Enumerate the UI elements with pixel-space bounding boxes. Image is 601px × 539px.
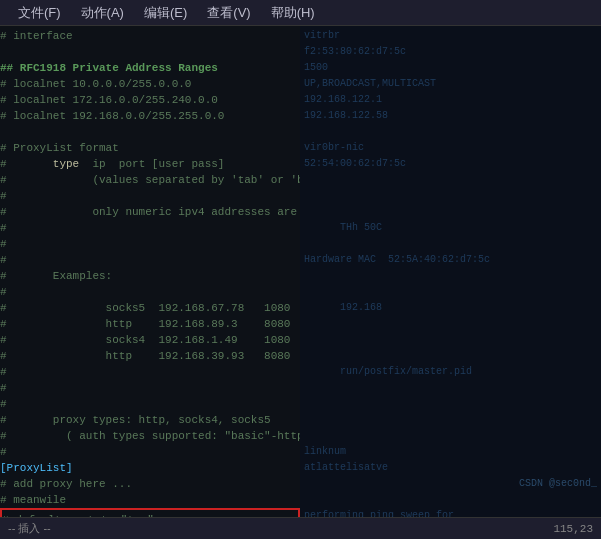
code-line: # localnet 10.0.0.0/255.0.0.0 xyxy=(0,76,300,92)
code-line: # add proxy here ... xyxy=(0,476,300,492)
code-line: # socks5 192.168.67.78 1080 lamer secret xyxy=(0,300,300,316)
app-window: 文件(F) 动作(A) 编辑(E) 查看(V) 帮助(H) # interfac… xyxy=(0,0,601,517)
code-line: # xyxy=(0,220,300,236)
code-line: # http 192.168.89.3 8080 justu hidden xyxy=(0,316,300,332)
code-line: # interface xyxy=(0,28,300,44)
code-line: # ProxyList format xyxy=(0,140,300,156)
menu-help[interactable]: 帮助(H) xyxy=(261,2,325,24)
code-line: # (values separated by 'tab' or 'blank') xyxy=(0,172,300,188)
code-line: # xyxy=(0,236,300,252)
menu-action[interactable]: 动作(A) xyxy=(71,2,134,24)
menu-edit[interactable]: 编辑(E) xyxy=(134,2,197,24)
watermark: CSDN @sec0nd_ xyxy=(519,478,597,489)
code-line: # only numeric ipv4 addresses are valid xyxy=(0,204,300,220)
status-bar: -- 插入 -- 115,23 xyxy=(0,517,601,539)
code-line: # xyxy=(0,188,300,204)
code-line: # type ip port [user pass] xyxy=(0,156,300,172)
code-line xyxy=(0,124,300,140)
right-panel-content: vitrbr f2:53:80:62:d7:5c 1500 UP,BROADCA… xyxy=(304,28,597,517)
code-line: # xyxy=(0,444,300,460)
code-line xyxy=(0,44,300,60)
code-line: # localnet 192.168.0.0/255.255.0.0 xyxy=(0,108,300,124)
code-line: # http 192.168.39.93 8080 xyxy=(0,348,300,364)
code-line: # meanwile xyxy=(0,492,300,508)
code-line: # xyxy=(0,284,300,300)
code-line: # ( auth types supported: "basic"-http "… xyxy=(0,428,300,444)
code-line: # xyxy=(0,380,300,396)
code-line: [ProxyList] xyxy=(0,460,300,476)
highlight-box: # defaults set to "tor" socks5 127.0.0.1… xyxy=(0,508,300,517)
status-mode: -- 插入 -- xyxy=(8,521,51,536)
code-line: # xyxy=(0,252,300,268)
code-line: ## RFC1918 Private Address Ranges xyxy=(0,60,300,76)
menu-file[interactable]: 文件(F) xyxy=(8,2,71,24)
code-line: # localnet 172.16.0.0/255.240.0.0 xyxy=(0,92,300,108)
right-panel: vitrbr f2:53:80:62:d7:5c 1500 UP,BROADCA… xyxy=(300,26,601,517)
code-line: # xyxy=(0,364,300,380)
code-line: # socks4 192.168.1.49 1080 xyxy=(0,332,300,348)
menu-view[interactable]: 查看(V) xyxy=(197,2,260,24)
code-line: # Examples: xyxy=(0,268,300,284)
menu-bar: 文件(F) 动作(A) 编辑(E) 查看(V) 帮助(H) xyxy=(0,0,601,26)
code-line: # xyxy=(0,396,300,412)
status-position: 115,23 xyxy=(553,523,593,535)
code-line: # proxy types: http, socks4, socks5 xyxy=(0,412,300,428)
editor-area: # interface ## RFC1918 Private Address R… xyxy=(0,26,601,517)
left-panel[interactable]: # interface ## RFC1918 Private Address R… xyxy=(0,26,300,517)
